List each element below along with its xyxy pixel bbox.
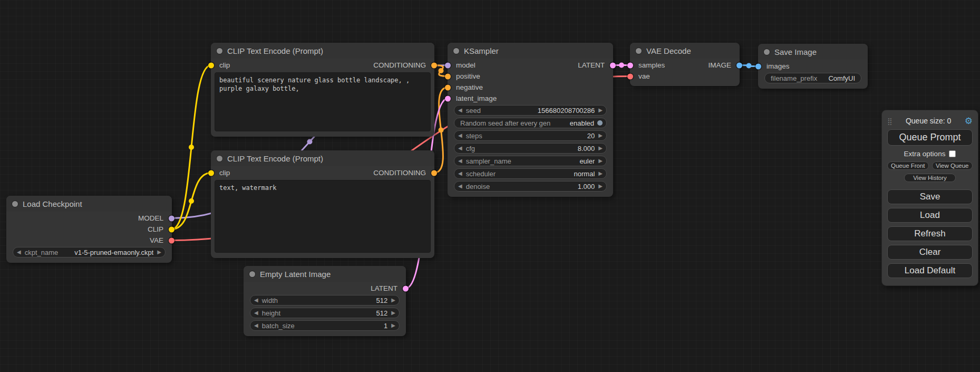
increment-arrow-icon[interactable] bbox=[157, 250, 161, 255]
increment-arrow-icon[interactable] bbox=[598, 108, 603, 113]
node-title-bar[interactable]: CLIP Text Encode (Prompt) bbox=[211, 150, 434, 166]
decrement-arrow-icon[interactable] bbox=[458, 146, 462, 151]
widget-label: ckpt_name bbox=[25, 249, 59, 256]
widget-height[interactable]: height 512 bbox=[250, 308, 400, 318]
drag-handle-icon[interactable] bbox=[887, 116, 892, 126]
clear-button[interactable]: Clear bbox=[887, 245, 973, 260]
queue-size-label: Queue size: 0 bbox=[892, 117, 965, 125]
output-port-conditioning[interactable] bbox=[431, 62, 437, 68]
queue-prompt-button[interactable]: Queue Prompt bbox=[887, 129, 973, 146]
widget-batch-size[interactable]: batch_size 1 bbox=[250, 320, 400, 331]
widget-filename-prefix[interactable]: filename_prefix ComfyUI bbox=[764, 73, 861, 83]
increment-arrow-icon[interactable] bbox=[598, 158, 603, 164]
widget-label: denoise bbox=[466, 183, 490, 190]
view-history-button[interactable]: View History bbox=[904, 174, 955, 182]
load-button[interactable]: Load bbox=[887, 208, 973, 223]
extra-options-checkbox[interactable] bbox=[949, 150, 956, 157]
node-title-bar[interactable]: VAE Decode bbox=[630, 43, 740, 59]
output-port-latent[interactable] bbox=[610, 62, 616, 68]
decrement-arrow-icon[interactable] bbox=[458, 171, 462, 176]
widget-steps[interactable]: steps 20 bbox=[454, 130, 607, 141]
increment-arrow-icon[interactable] bbox=[598, 171, 603, 176]
increment-arrow-icon[interactable] bbox=[598, 146, 603, 151]
widget-width[interactable]: width 512 bbox=[250, 295, 400, 306]
input-port-latent-image[interactable] bbox=[445, 96, 451, 101]
wire-midpoint-dot bbox=[189, 145, 194, 150]
refresh-button[interactable]: Refresh bbox=[887, 226, 973, 241]
input-port-images[interactable] bbox=[755, 63, 761, 69]
input-port-negative[interactable] bbox=[445, 84, 451, 90]
widget-ckpt-name[interactable]: ckpt_name v1-5-pruned-emaonly.ckpt bbox=[13, 247, 166, 257]
collapse-dot-icon[interactable] bbox=[453, 48, 459, 54]
input-port-clip[interactable] bbox=[208, 62, 214, 68]
widget-cfg[interactable]: cfg 8.000 bbox=[454, 143, 607, 154]
node-title-bar[interactable]: Load Checkpoint bbox=[6, 196, 172, 212]
positive-prompt-textarea[interactable]: beautiful scenery nature glass bottle la… bbox=[215, 72, 431, 131]
decrement-arrow-icon[interactable] bbox=[458, 158, 462, 164]
negative-prompt-textarea[interactable]: text, watermark bbox=[215, 180, 431, 253]
output-port-clip[interactable] bbox=[169, 226, 174, 232]
load-default-button[interactable]: Load Default bbox=[887, 263, 973, 278]
collapse-dot-icon[interactable] bbox=[217, 156, 222, 161]
node-ksampler[interactable]: KSampler model LATENT positive negative … bbox=[448, 43, 613, 197]
node-empty-latent-image[interactable]: Empty Latent Image LATENT width 512 heig… bbox=[244, 266, 406, 336]
increment-arrow-icon[interactable] bbox=[391, 298, 395, 303]
node-title-label: Load Checkpoint bbox=[23, 199, 82, 208]
node-title-bar[interactable]: KSampler bbox=[448, 43, 613, 59]
slot-row: positive bbox=[448, 71, 613, 82]
widget-scheduler[interactable]: scheduler normal bbox=[454, 168, 607, 179]
node-clip-text-encode-negative[interactable]: CLIP Text Encode (Prompt) clip CONDITION… bbox=[211, 150, 434, 258]
comfyui-canvas[interactable]: { "colors": { "model": "#B39DDB", "clip"… bbox=[0, 0, 980, 372]
collapse-dot-icon[interactable] bbox=[636, 48, 642, 54]
input-port-vae[interactable] bbox=[627, 73, 633, 79]
queue-front-button[interactable]: Queue Front bbox=[887, 161, 929, 170]
collapse-dot-icon[interactable] bbox=[249, 271, 255, 277]
decrement-arrow-icon[interactable] bbox=[254, 298, 258, 303]
node-title-bar[interactable]: CLIP Text Encode (Prompt) bbox=[211, 43, 434, 59]
settings-gear-icon[interactable] bbox=[965, 116, 973, 127]
queue-actions-row: Queue Front View Queue bbox=[887, 161, 973, 170]
increment-arrow-icon[interactable] bbox=[391, 310, 395, 316]
increment-arrow-icon[interactable] bbox=[598, 184, 603, 189]
save-button[interactable]: Save bbox=[887, 189, 973, 204]
decrement-arrow-icon[interactable] bbox=[458, 108, 462, 113]
widget-value: 20 bbox=[482, 132, 595, 140]
input-port-samples[interactable] bbox=[627, 62, 633, 68]
decrement-arrow-icon[interactable] bbox=[17, 250, 21, 255]
node-save-image[interactable]: Save Image images filename_prefix ComfyU… bbox=[758, 44, 868, 89]
node-vae-decode[interactable]: VAE Decode samples IMAGE vae bbox=[630, 43, 740, 86]
input-label-images: images bbox=[766, 62, 790, 70]
decrement-arrow-icon[interactable] bbox=[458, 184, 462, 189]
node-clip-text-encode-positive[interactable]: CLIP Text Encode (Prompt) clip CONDITION… bbox=[211, 43, 434, 137]
input-port-positive[interactable] bbox=[445, 73, 451, 79]
decrement-arrow-icon[interactable] bbox=[458, 133, 462, 138]
output-port-model[interactable] bbox=[169, 215, 174, 221]
widget-denoise[interactable]: denoise 1.000 bbox=[454, 181, 607, 192]
decrement-arrow-icon[interactable] bbox=[254, 310, 258, 316]
input-port-model[interactable] bbox=[445, 62, 451, 68]
increment-arrow-icon[interactable] bbox=[391, 323, 395, 328]
output-port-latent[interactable] bbox=[403, 285, 409, 291]
view-queue-button[interactable]: View Queue bbox=[932, 161, 973, 170]
toggle-indicator-icon[interactable] bbox=[597, 120, 603, 126]
collapse-dot-icon[interactable] bbox=[764, 49, 770, 55]
output-label-latent: LATENT bbox=[371, 284, 397, 292]
output-port-image[interactable] bbox=[736, 62, 742, 68]
input-port-clip[interactable] bbox=[208, 170, 214, 176]
widget-label: scheduler bbox=[466, 170, 496, 178]
widget-seed[interactable]: seed 156680208700286 bbox=[454, 105, 607, 116]
output-port-vae[interactable] bbox=[169, 237, 174, 243]
collapse-dot-icon[interactable] bbox=[217, 48, 222, 54]
widget-label: steps bbox=[466, 132, 482, 140]
node-title-label: Save Image bbox=[774, 47, 817, 56]
collapse-dot-icon[interactable] bbox=[12, 201, 18, 207]
widget-random-seed-toggle[interactable]: Random seed after every gen enabled bbox=[454, 118, 607, 128]
node-title-bar[interactable]: Save Image bbox=[758, 44, 868, 60]
node-title-bar[interactable]: Empty Latent Image bbox=[244, 266, 406, 282]
history-row: View History bbox=[887, 174, 973, 182]
output-port-conditioning[interactable] bbox=[431, 170, 437, 176]
widget-sampler-name[interactable]: sampler_name euler bbox=[454, 156, 607, 166]
node-load-checkpoint[interactable]: Load Checkpoint MODEL CLIP VAE ckpt_name… bbox=[6, 196, 172, 263]
decrement-arrow-icon[interactable] bbox=[254, 323, 258, 328]
increment-arrow-icon[interactable] bbox=[598, 133, 603, 138]
